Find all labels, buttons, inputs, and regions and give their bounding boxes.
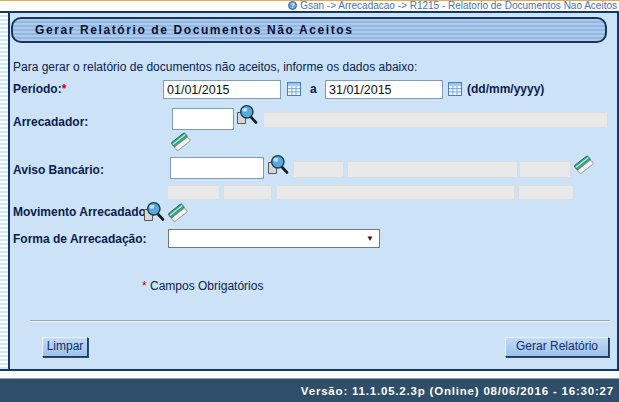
aviso-readonly-field: [347, 161, 518, 178]
periodo-label: Período:*: [13, 82, 66, 96]
divider: [30, 320, 610, 322]
forma-arrecadacao-label: Forma de Arrecadação:: [13, 232, 147, 246]
periodo-end-input[interactable]: [325, 80, 443, 99]
clear-eraser-icon[interactable]: [167, 203, 189, 223]
arrecadador-code-input[interactable]: [172, 108, 234, 130]
aviso-bancario-code-input[interactable]: [170, 157, 264, 179]
required-asterisk: *: [142, 279, 147, 293]
calendar-icon[interactable]: [448, 82, 462, 96]
footer-gap: [0, 371, 619, 378]
aviso-bancario-label: Aviso Bancário:: [13, 163, 104, 177]
forma-arrecadacao-select[interactable]: ▼: [168, 229, 380, 248]
required-asterisk: *: [62, 82, 67, 96]
aviso-readonly-field: [293, 161, 344, 178]
decorative-left-strip: [0, 13, 10, 369]
help-icon[interactable]: ?: [288, 1, 297, 10]
search-magnifier-icon[interactable]: [266, 154, 289, 177]
clear-eraser-icon[interactable]: [573, 155, 595, 175]
page-title: Gerar Relatório de Documentos Não Aceito…: [11, 17, 607, 43]
chevron-down-icon: ▼: [366, 234, 374, 243]
date-format-hint: (dd/mm/yyyy): [467, 82, 544, 96]
breadcrumb-bar: ? Gsan -> Arrecadacao -> R1215 - Relator…: [0, 0, 619, 13]
arrecadador-description-readonly: [263, 112, 608, 128]
required-fields-note: * Campos Obrigatórios: [142, 279, 263, 293]
breadcrumb[interactable]: Gsan -> Arrecadacao -> R1215 - Relatorio…: [300, 0, 617, 11]
aviso-readonly-field: [167, 185, 220, 200]
aviso-readonly-field: [223, 185, 272, 200]
periodo-separator: a: [310, 82, 317, 96]
footer-bar: Versão: 11.1.05.2.3p (Online) 08/06/2016…: [0, 378, 619, 402]
arrecadador-label: Arrecadador:: [13, 115, 88, 129]
aviso-readonly-field: [519, 161, 571, 178]
instruction-text: Para gerar o relatório de documentos não…: [13, 60, 417, 74]
movimento-arrecadador-label: Movimento Arrecadador:: [13, 205, 155, 219]
search-magnifier-icon[interactable]: [235, 104, 258, 127]
periodo-start-input[interactable]: [163, 80, 281, 99]
limpar-button[interactable]: Limpar: [42, 337, 88, 357]
form-panel: Gerar Relatório de Documentos Não Aceito…: [0, 13, 619, 371]
version-text: Versão: 11.1.05.2.3p (Online) 08/06/2016…: [301, 385, 614, 397]
required-note-text: Campos Obrigatórios: [150, 279, 263, 293]
app-window: ? Gsan -> Arrecadacao -> R1215 - Relator…: [0, 0, 619, 402]
search-magnifier-icon[interactable]: [142, 201, 165, 224]
gerar-relatorio-button[interactable]: Gerar Relatório: [505, 337, 609, 357]
aviso-readonly-field: [518, 185, 574, 200]
aviso-readonly-field: [276, 185, 515, 200]
clear-eraser-icon[interactable]: [170, 132, 192, 152]
calendar-icon[interactable]: [287, 82, 301, 96]
periodo-label-text: Período:: [13, 82, 62, 96]
